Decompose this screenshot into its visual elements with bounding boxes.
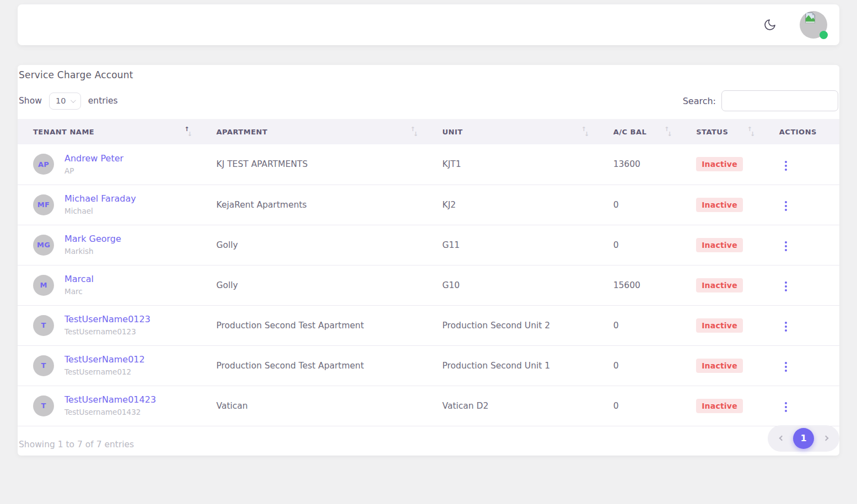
balance-cell: 15600 xyxy=(598,265,681,305)
tenant-name-link[interactable]: Mark George xyxy=(64,234,121,245)
dot-icon xyxy=(785,366,787,368)
row-actions-menu-button[interactable] xyxy=(781,279,790,294)
tenant-name-link[interactable]: TestUserName012 xyxy=(64,354,145,365)
tenant-name-link[interactable]: Marcal xyxy=(64,274,94,285)
sort-desc-icon: ↓ xyxy=(584,131,590,137)
tenant-avatar: MF xyxy=(33,194,54,215)
row-actions-menu-button[interactable] xyxy=(781,198,790,214)
table-row: AP Andrew Peter AP KJ TEST APARTMENTS KJ… xyxy=(18,144,839,185)
balance-cell: 13600 xyxy=(598,144,681,185)
dot-icon xyxy=(785,322,787,324)
tenant-avatar: T xyxy=(33,315,54,336)
tenant-avatar: M xyxy=(33,275,54,296)
table-row: MF Michael Faraday Michael KejaRent Apar… xyxy=(18,185,839,225)
unit-cell: KJ2 xyxy=(427,185,598,225)
sort-desc-icon: ↓ xyxy=(187,131,193,137)
entries-summary: Showing 1 to 7 of 7 entries xyxy=(19,440,134,449)
apartment-cell: Production Second Test Apartment xyxy=(201,345,427,386)
user-avatar[interactable] xyxy=(800,11,827,39)
row-actions-menu-button[interactable] xyxy=(781,239,790,254)
row-actions-menu-button[interactable] xyxy=(781,319,790,334)
table-controls: Show 10 entries Search: xyxy=(19,90,838,111)
row-actions-menu-button[interactable] xyxy=(781,158,790,174)
tenant-username: Michael xyxy=(64,207,93,215)
dot-icon xyxy=(785,281,787,284)
chevron-right-icon xyxy=(823,436,828,441)
column-header-apartment[interactable]: APARTMENT ↑ ↓ xyxy=(201,119,427,144)
balance-cell: 0 xyxy=(598,305,681,345)
dark-mode-toggle-button[interactable] xyxy=(763,18,777,31)
sort-desc-icon: ↓ xyxy=(667,131,672,137)
search-label: Search: xyxy=(683,96,716,106)
sort-icons: ↑ ↓ xyxy=(184,125,193,138)
row-actions-menu-button[interactable] xyxy=(781,399,790,415)
page-size-value: 10 xyxy=(56,96,66,105)
dot-icon xyxy=(785,241,787,243)
column-label: TENANT NAME xyxy=(33,128,94,136)
page-length-control: Show 10 entries xyxy=(19,93,118,110)
sort-icons: ↑ ↓ xyxy=(411,125,419,138)
balance-cell: 0 xyxy=(598,345,681,386)
dot-icon xyxy=(785,165,787,167)
search-control: Search: xyxy=(683,90,838,111)
column-label: STATUS xyxy=(696,128,728,136)
table-row: MG Mark George Markish Golly G11 0 Inact… xyxy=(18,225,839,265)
dot-icon xyxy=(785,410,787,412)
column-label: APARTMENT xyxy=(216,128,267,136)
broken-image-icon xyxy=(804,12,816,26)
tenant-username: Marc xyxy=(64,287,83,296)
tenant-avatar: T xyxy=(33,395,54,416)
dot-icon xyxy=(785,406,787,408)
column-label: A/C BAL xyxy=(613,128,647,136)
tenant-name-link[interactable]: Michael Faraday xyxy=(64,193,136,204)
column-header-unit[interactable]: UNIT ↑ ↓ xyxy=(427,119,598,144)
dot-icon xyxy=(785,209,787,211)
top-navbar xyxy=(18,4,839,45)
row-actions-menu-button[interactable] xyxy=(781,359,790,375)
status-badge: Inactive xyxy=(696,278,743,292)
next-page-button[interactable] xyxy=(817,428,834,449)
tenants-table: TENANT NAME ↑ ↓ APARTMENT ↑ ↓ xyxy=(18,119,839,426)
status-badge: Inactive xyxy=(696,318,743,333)
online-status-dot xyxy=(820,31,828,39)
status-badge: Inactive xyxy=(696,399,743,413)
tenant-avatar: T xyxy=(33,355,54,376)
tenant-username: AP xyxy=(64,166,74,175)
pagination: 1 xyxy=(768,425,839,452)
tenant-name-link[interactable]: Andrew Peter xyxy=(64,153,123,164)
table-row: T TestUserName012 TestUsername012 Produc… xyxy=(18,345,839,386)
unit-cell: Production Second Unit 1 xyxy=(427,345,598,386)
table-header-row: TENANT NAME ↑ ↓ APARTMENT ↑ ↓ xyxy=(18,119,839,144)
tenant-avatar: MG xyxy=(33,235,54,256)
status-badge: Inactive xyxy=(696,238,743,252)
unit-cell: Production Second Unit 2 xyxy=(427,305,598,345)
page-1-button[interactable]: 1 xyxy=(793,428,814,449)
chevron-left-icon xyxy=(779,436,784,441)
column-header-tenant-name[interactable]: TENANT NAME ↑ ↓ xyxy=(18,119,201,144)
sort-icons: ↑ ↓ xyxy=(664,125,673,138)
tenant-username: TestUsername012 xyxy=(64,367,131,376)
dot-icon xyxy=(785,169,787,171)
unit-cell: G10 xyxy=(427,265,598,305)
tenant-name-link[interactable]: TestUserName0123 xyxy=(64,314,150,325)
column-header-status[interactable]: STATUS ↑ ↓ xyxy=(681,119,764,144)
page-size-select[interactable]: 10 xyxy=(49,93,81,110)
search-input[interactable] xyxy=(721,90,838,111)
tenant-name-link[interactable]: TestUserName01423 xyxy=(64,394,156,405)
apartment-cell: KJ TEST APARTMENTS xyxy=(201,144,427,185)
column-header-actions: ACTIONS xyxy=(764,119,839,144)
sort-desc-icon: ↓ xyxy=(750,131,756,137)
column-header-ac-bal[interactable]: A/C BAL ↑ ↓ xyxy=(598,119,681,144)
dot-icon xyxy=(785,245,787,247)
apartment-cell: Production Second Test Apartment xyxy=(201,305,427,345)
previous-page-button[interactable] xyxy=(773,428,790,449)
dot-icon xyxy=(785,285,787,288)
unit-cell: G11 xyxy=(427,225,598,265)
apartment-cell: Golly xyxy=(201,265,427,305)
balance-cell: 0 xyxy=(598,386,681,426)
table-footer: Showing 1 to 7 of 7 entries 1 xyxy=(19,426,838,454)
column-label: UNIT xyxy=(443,128,463,136)
table-row: M Marcal Marc Golly G10 15600 Inactive xyxy=(18,265,839,305)
show-label: Show xyxy=(19,96,42,106)
dot-icon xyxy=(785,161,787,163)
